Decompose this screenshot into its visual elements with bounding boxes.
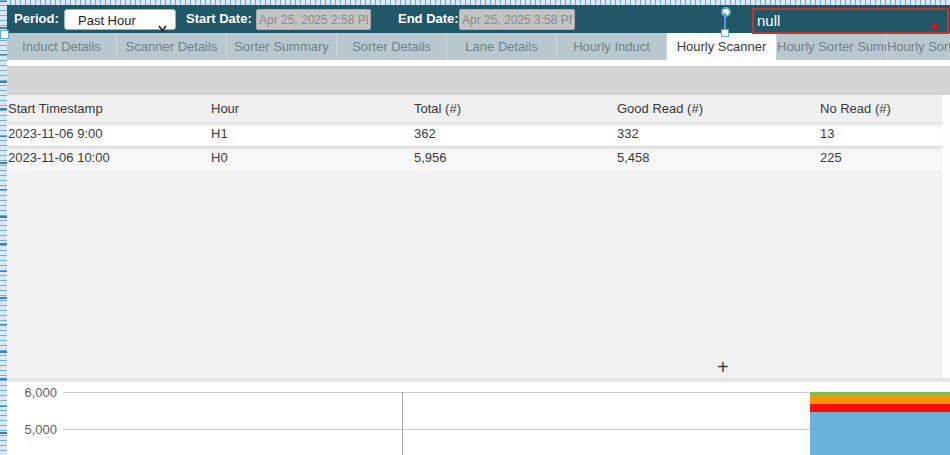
null-overlay: null — [752, 8, 949, 34]
bar-segment-unlabeled-orange — [810, 395, 950, 404]
table-cell: H1 — [211, 122, 228, 146]
column-header-good-read[interactable]: Good Read (#) — [617, 95, 703, 122]
column-header-hour[interactable]: Hour — [211, 95, 239, 122]
period-select-value: Past Hour — [78, 13, 136, 28]
end-date-input[interactable] — [459, 9, 575, 30]
tab-bar: Induct DetailsScanner DetailsSorter Summ… — [7, 33, 950, 60]
table-cell: 13 — [820, 122, 834, 146]
null-overlay-text: null — [754, 10, 947, 31]
chevron-down-icon — [158, 17, 167, 24]
resize-handle[interactable] — [0, 30, 9, 39]
y-axis-tick-label: 5,000 — [15, 422, 57, 437]
end-date-label: End Date: — [398, 5, 459, 33]
table-empty-area — [0, 170, 950, 378]
category-divider-line — [402, 392, 403, 455]
tab-hourly-sorter-details[interactable]: Hourly Sorter Details — [887, 33, 950, 60]
table-cell: 2023-11-06 10:00 — [8, 146, 110, 170]
tab-hourly-scanner[interactable]: Hourly Scanner — [667, 33, 777, 60]
tab-sorter-summary[interactable]: Sorter Summary — [227, 33, 337, 60]
bar-segment-no-read — [810, 404, 950, 412]
tab-sorter-details[interactable]: Sorter Details — [337, 33, 447, 60]
app-canvas: Period: Past Hour Start Date: End Date: … — [0, 0, 950, 455]
column-header-no-read[interactable]: No Read (#) — [820, 95, 891, 122]
table-row[interactable]: 2023-11-06 10:00H05,9565,458225 — [0, 146, 950, 170]
table-row[interactable]: 2023-11-06 9:00H136233213 — [0, 122, 950, 146]
y-axis-tick-label: 6,000 — [15, 385, 57, 400]
table-cell: 5,956 — [414, 146, 447, 170]
plus-cursor-icon: + — [717, 358, 733, 376]
table-cell: 362 — [414, 122, 436, 146]
column-header-start-timestamp[interactable]: Start Timestamp — [8, 95, 103, 122]
period-select[interactable]: Past Hour — [64, 9, 176, 30]
tab-hourly-sorter-summary[interactable]: Hourly Sorter Summary — [777, 33, 887, 60]
bar-segment-unlabeled-green — [810, 392, 950, 395]
period-label: Period: — [14, 5, 59, 33]
filter-toolbar — [7, 66, 950, 95]
table-cell: 5,458 — [617, 146, 650, 170]
table-cell: H0 — [211, 146, 228, 170]
selection-handle-bottom[interactable] — [721, 29, 729, 37]
table-cell: 2023-11-06 9:00 — [8, 122, 102, 146]
tab-scanner-details[interactable]: Scanner Details — [117, 33, 227, 60]
start-date-label: Start Date: — [186, 5, 252, 33]
hourly-scanner-chart: 6,0005,000 — [0, 382, 950, 455]
ruler-vertical — [0, 0, 7, 455]
ruler-horizontal — [0, 0, 950, 5]
scrollbar-track[interactable] — [942, 95, 950, 378]
start-date-input[interactable] — [256, 9, 371, 30]
table-header-row: Start TimestampHourTotal (#)Good Read (#… — [0, 95, 950, 122]
bar-segment-good-read — [810, 412, 950, 455]
red-dot-icon — [932, 23, 938, 29]
selection-handle-line — [724, 13, 726, 29]
table-cell: 332 — [617, 122, 639, 146]
selection-handle-top[interactable] — [721, 7, 731, 17]
column-header-total[interactable]: Total (#) — [414, 95, 461, 122]
table-cell: 225 — [820, 146, 842, 170]
tab-hourly-induct[interactable]: Hourly Induct — [557, 33, 667, 60]
tab-induct-details[interactable]: Induct Details — [7, 33, 117, 60]
tab-lane-details[interactable]: Lane Details — [447, 33, 557, 60]
